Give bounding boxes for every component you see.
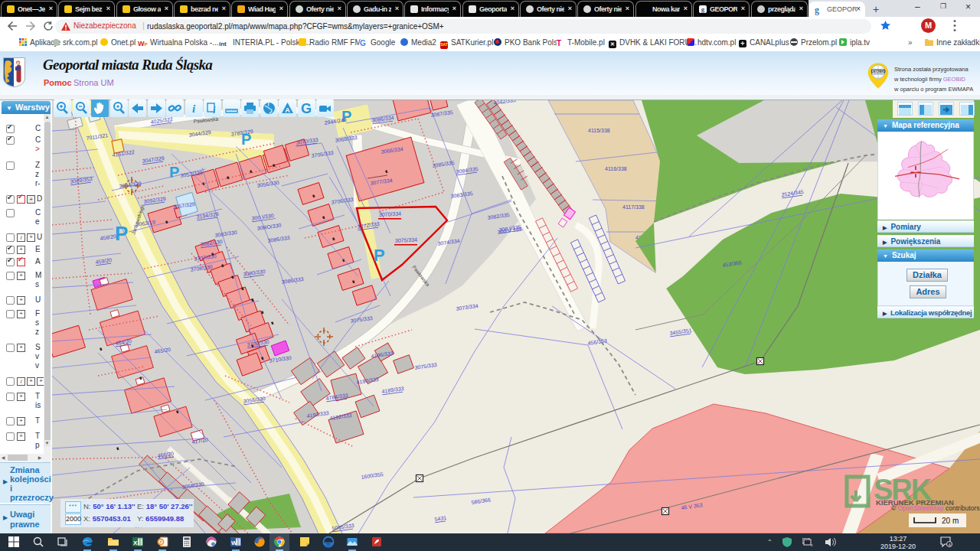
svg-text:X: X <box>133 540 138 546</box>
svg-text:4115/338: 4115/338 <box>588 128 610 133</box>
svg-text:P: P <box>115 222 128 245</box>
svg-text:i: i <box>213 105 216 116</box>
svg-text:P: P <box>169 164 179 181</box>
svg-text:W: W <box>231 540 237 546</box>
svg-text:i: i <box>192 103 196 115</box>
svg-text:x: x <box>811 543 813 546</box>
svg-text:G: G <box>301 101 312 116</box>
svg-text:4116/338: 4116/338 <box>605 166 627 171</box>
svg-text:GEOBID: GEOBID <box>871 70 886 73</box>
svg-text:A: A <box>285 106 290 114</box>
svg-text:© OpenStreetMap contributors: © OpenStreetMap contributors <box>891 504 979 512</box>
svg-text:20 m: 20 m <box>942 517 959 525</box>
svg-text:P: P <box>374 246 385 265</box>
svg-text:4117/338: 4117/338 <box>622 204 645 210</box>
